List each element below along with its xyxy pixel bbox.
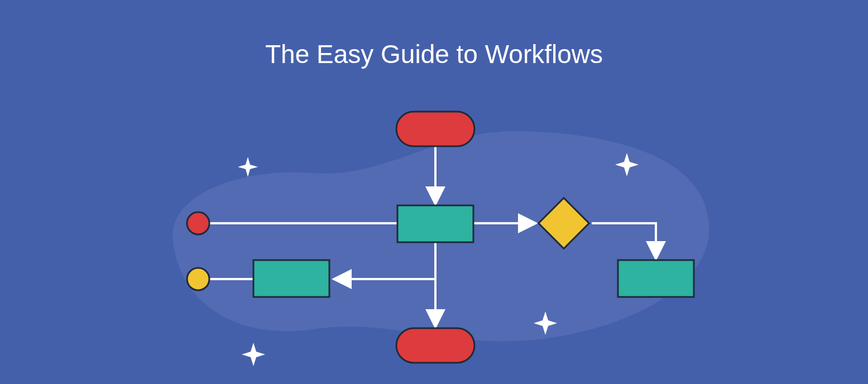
connector-circle-red: [187, 212, 209, 234]
process-right: [618, 260, 694, 297]
process-left: [253, 260, 329, 297]
connector-circle-yellow: [187, 268, 209, 290]
sparkle-icon: [242, 343, 265, 366]
sparkle-icon: [238, 157, 258, 177]
terminator-start: [396, 112, 474, 146]
process-center: [397, 205, 473, 242]
workflow-diagram: [0, 0, 868, 384]
terminator-end: [396, 328, 474, 363]
